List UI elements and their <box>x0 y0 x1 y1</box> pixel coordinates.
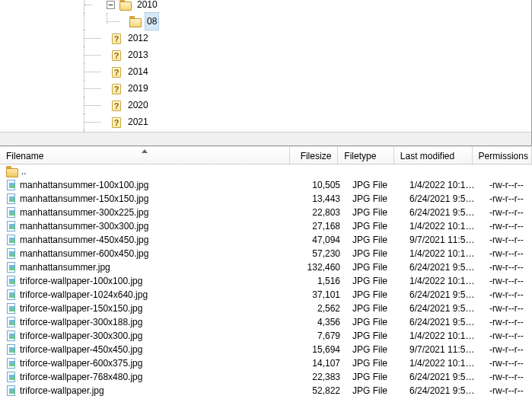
column-header-filename[interactable]: Filename <box>0 147 290 165</box>
file-row[interactable]: manhattansummer-100x100.jpg10,505JPG Fil… <box>0 178 532 192</box>
file-type: JPG File <box>346 370 403 384</box>
file-name: triforce-wallpaper-150x150.jpg <box>20 302 142 315</box>
file-type: JPG File <box>346 343 403 356</box>
file-row[interactable]: triforce-wallpaper-600x375.jpg14,107JPG … <box>0 356 532 370</box>
file-row[interactable]: triforce-wallpaper-300x300.jpg7,679JPG F… <box>0 329 532 343</box>
file-list[interactable]: .. manhattansummer-100x100.jpg10,505JPG … <box>0 164 532 398</box>
tree-node-label: 2021 <box>126 113 151 131</box>
file-row[interactable]: triforce-wallpaper-450x450.jpg15,694JPG … <box>0 343 532 356</box>
file-row[interactable]: manhattansummer-600x450.jpg57,230JPG Fil… <box>0 247 532 260</box>
file-list-pane: Filename Filesize Filetype Last modified… <box>0 146 532 412</box>
file-row[interactable]: triforce-wallpaper.jpg52,822JPG File6/24… <box>0 384 532 398</box>
file-name: manhattansummer-100x100.jpg <box>20 178 148 192</box>
unknown-folder-icon: ? <box>110 50 123 61</box>
folder-icon <box>119 1 132 11</box>
file-permissions: -rw-r--r-- <box>483 384 532 398</box>
file-row[interactable]: triforce-wallpaper-150x150.jpg2,562JPG F… <box>0 302 532 315</box>
file-size: 47,094 <box>297 233 346 247</box>
file-type: JPG File <box>346 233 403 247</box>
file-date: 6/24/2021 9:53:... <box>403 315 483 329</box>
file-date: 1/4/2022 10:10:... <box>403 178 483 192</box>
file-permissions: -rw-r--r-- <box>483 288 532 302</box>
image-file-icon <box>6 303 17 314</box>
file-type: JPG File <box>346 356 403 370</box>
folder-tree[interactable]: − 2010 08 ?2012?2013?2014?2019?2020?2021… <box>0 0 531 146</box>
column-header-lastmodified[interactable]: Last modified <box>394 147 473 165</box>
tree-node-label: 08 <box>145 12 159 30</box>
remote-tree-pane: − 2010 08 ?2012?2013?2014?2019?2020?2021… <box>0 0 532 146</box>
tree-node-2013[interactable]: ?2013 <box>0 46 531 63</box>
file-size: 7,679 <box>297 329 346 343</box>
file-permissions: -rw-r--r-- <box>483 206 532 219</box>
column-header-label: Filename <box>6 151 43 161</box>
file-type: JPG File <box>346 192 403 206</box>
file-size: 57,230 <box>297 247 346 260</box>
file-size: 22,383 <box>297 370 346 384</box>
file-size: 15,694 <box>297 343 346 356</box>
file-row[interactable]: triforce-wallpaper-768x480.jpg22,383JPG … <box>0 370 532 384</box>
file-name: triforce-wallpaper-300x188.jpg <box>20 315 142 329</box>
image-file-icon <box>6 262 17 273</box>
file-type: JPG File <box>346 247 403 260</box>
file-date: 6/24/2021 9:53:... <box>403 288 483 302</box>
tree-node-2020[interactable]: ?2020 <box>0 97 531 113</box>
file-name: manhattansummer.jpg <box>20 260 110 274</box>
tree-node-2010[interactable]: − 2010 <box>0 0 531 13</box>
column-header-row: Filename Filesize Filetype Last modified… <box>0 146 532 164</box>
tree-node-2012[interactable]: ?2012 <box>0 30 531 46</box>
file-row[interactable]: manhattansummer.jpg132,460JPG File6/24/2… <box>0 260 532 274</box>
file-size: 27,168 <box>297 219 346 233</box>
tree-node-2014[interactable]: ?2014 <box>0 63 531 80</box>
column-header-filetype[interactable]: Filetype <box>338 147 394 165</box>
tree-node-2022[interactable]: ?2022 <box>0 130 531 146</box>
file-size: 10,505 <box>297 178 346 192</box>
file-size: 4,356 <box>297 315 346 329</box>
file-type: JPG File <box>346 302 403 315</box>
file-type: JPG File <box>346 260 403 274</box>
collapse-toggle[interactable]: − <box>107 1 115 9</box>
file-date: 1/4/2022 10:10:... <box>403 356 483 370</box>
file-row[interactable]: manhattansummer-450x450.jpg47,094JPG Fil… <box>0 233 532 247</box>
file-row[interactable]: manhattansummer-300x225.jpg22,803JPG Fil… <box>0 206 532 219</box>
file-size: 14,107 <box>297 356 346 370</box>
tree-node-label: 2019 <box>126 79 151 97</box>
tree-node-label: 2012 <box>126 29 151 47</box>
tree-node-2021[interactable]: ?2021 <box>0 113 531 130</box>
file-permissions: -rw-r--r-- <box>483 247 532 260</box>
file-date: 9/7/2021 11:52:... <box>403 343 483 356</box>
file-permissions: -rw-r--r-- <box>483 356 532 370</box>
image-file-icon <box>6 317 17 327</box>
tree-node-08[interactable]: 08 <box>0 13 531 30</box>
file-type: JPG File <box>346 384 403 398</box>
file-date: 1/4/2022 10:10:... <box>403 274 483 288</box>
file-size: 22,803 <box>297 206 346 219</box>
image-file-icon <box>6 289 17 300</box>
file-date: 6/24/2021 9:53:... <box>403 260 483 274</box>
file-date: 6/24/2021 9:53:... <box>403 370 483 384</box>
unknown-folder-icon: ? <box>110 117 123 128</box>
file-row[interactable]: manhattansummer-150x150.jpg13,443JPG Fil… <box>0 192 532 206</box>
tree-node-label: 2013 <box>126 46 151 64</box>
file-date: 9/7/2021 11:52:... <box>403 233 483 247</box>
file-row[interactable]: manhattansummer-300x300.jpg27,168JPG Fil… <box>0 219 532 233</box>
file-date: 1/4/2022 10:10:... <box>403 219 483 233</box>
file-date: 6/24/2021 9:53:... <box>403 192 483 206</box>
file-name: triforce-wallpaper-600x375.jpg <box>20 356 142 370</box>
file-name: triforce-wallpaper-1024x640.jpg <box>20 288 148 302</box>
file-row[interactable]: triforce-wallpaper-100x100.jpg1,516JPG F… <box>0 274 532 288</box>
tree-node-2019[interactable]: ?2019 <box>0 80 531 97</box>
image-file-icon <box>6 235 17 245</box>
column-header-permissions[interactable]: Permissions <box>473 147 532 165</box>
unknown-folder-icon: ? <box>110 101 123 111</box>
file-row[interactable]: triforce-wallpaper-1024x640.jpg37,101JPG… <box>0 288 532 302</box>
column-header-filesize[interactable]: Filesize <box>290 147 339 165</box>
file-type: JPG File <box>346 329 403 343</box>
parent-directory-row[interactable]: .. <box>0 164 532 178</box>
file-name: triforce-wallpaper-450x450.jpg <box>20 343 142 356</box>
file-permissions: -rw-r--r-- <box>483 192 532 206</box>
file-permissions: -rw-r--r-- <box>483 178 532 192</box>
file-date: 1/4/2022 10:10:... <box>403 247 483 260</box>
file-permissions: -rw-r--r-- <box>483 329 532 343</box>
tree-node-label: 2022 <box>126 129 151 146</box>
file-row[interactable]: triforce-wallpaper-300x188.jpg4,356JPG F… <box>0 315 532 329</box>
